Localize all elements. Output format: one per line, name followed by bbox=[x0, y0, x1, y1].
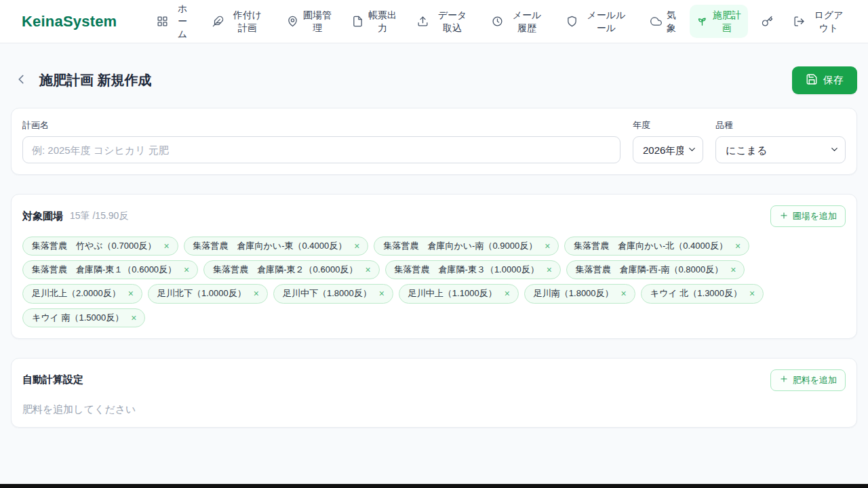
close-icon[interactable]: × bbox=[182, 264, 191, 275]
auto-calc-card: 自動計算設定 肥料を追加 肥料を追加してください bbox=[11, 358, 857, 428]
nav-item-data-import[interactable]: データ取込 bbox=[410, 5, 478, 39]
field-tag-list: 集落営農 竹やぶ（0.7000反）×集落営農 倉庫向かい-東（0.4000反）×… bbox=[22, 237, 846, 327]
year-select[interactable]: 2026年度 bbox=[633, 136, 703, 163]
nav-item-key[interactable] bbox=[755, 12, 780, 31]
back-button[interactable] bbox=[14, 72, 28, 89]
variety-select[interactable]: にこまる bbox=[715, 136, 846, 163]
app-logo[interactable]: KeinaSystem bbox=[22, 13, 117, 30]
nav-item-fertilization-plan[interactable]: 施肥計画 bbox=[690, 5, 748, 39]
target-fields-card: 対象圃場 15筆 /15.90反 圃場を追加 集落営農 竹やぶ（0.7000反）… bbox=[11, 194, 857, 339]
close-icon[interactable]: × bbox=[162, 241, 170, 251]
nav-items: ホーム作付け計画圃場管理帳票出力データ取込メール履歴メールルール気象施肥計画ログ… bbox=[150, 0, 854, 45]
save-button[interactable]: 保存 bbox=[792, 66, 857, 94]
close-icon[interactable]: × bbox=[353, 241, 361, 251]
nav-item-label: 圃場管理 bbox=[303, 9, 332, 35]
field-tag-label: キウイ 南（1.5000反） bbox=[32, 312, 123, 324]
close-icon[interactable]: × bbox=[363, 264, 372, 275]
field-tag-label: 集落営農 倉庫向かい-北（0.4000反） bbox=[574, 240, 728, 252]
add-field-button[interactable]: 圃場を追加 bbox=[770, 205, 846, 227]
nav-item-label: データ取込 bbox=[433, 9, 471, 35]
nav-item-label: 気象 bbox=[667, 9, 676, 35]
auto-calc-title: 自動計算設定 bbox=[22, 373, 83, 386]
nav-item-label: 帳票出力 bbox=[368, 9, 397, 35]
document-icon bbox=[352, 16, 363, 27]
field-tag: 集落営農 倉庫隣-東１（0.6000反）× bbox=[22, 260, 198, 279]
fertilizer-empty-message: 肥料を追加してください bbox=[22, 403, 846, 416]
sprout-icon bbox=[696, 16, 708, 27]
field-tag-label: 集落営農 竹やぶ（0.7000反） bbox=[32, 240, 156, 252]
map-pin-icon bbox=[287, 16, 298, 27]
field-tag: 足川南（1.8000反）× bbox=[524, 284, 635, 303]
close-icon[interactable]: × bbox=[130, 312, 138, 323]
nav-item-planting-plan[interactable]: 作付け計画 bbox=[205, 5, 273, 39]
field-tag-label: 集落営農 倉庫向かい-東（0.4000反） bbox=[193, 240, 347, 252]
close-icon[interactable]: × bbox=[620, 288, 628, 299]
close-icon[interactable]: × bbox=[729, 264, 737, 275]
target-fields-summary: 15筆 /15.90反 bbox=[70, 210, 128, 222]
bottom-bar bbox=[0, 484, 868, 488]
field-tag-label: 集落営農 倉庫隣-東１（0.6000反） bbox=[32, 264, 176, 276]
close-icon[interactable]: × bbox=[545, 264, 553, 275]
add-fertilizer-button[interactable]: 肥料を追加 bbox=[770, 369, 846, 391]
field-tag-label: 足川南（1.8000反） bbox=[534, 287, 614, 300]
plan-form-card: 計画名 年度 2026年度 品種 にこまる bbox=[11, 108, 857, 175]
nav-item-label: ホーム bbox=[173, 2, 192, 41]
save-icon bbox=[806, 73, 818, 87]
field-tag: 集落営農 倉庫隣-東２（0.6000反）× bbox=[203, 260, 379, 279]
chevron-left-icon bbox=[14, 72, 28, 89]
field-tag: 足川北下（1.0000反）× bbox=[148, 284, 268, 303]
field-tag: 集落営農 倉庫向かい-南（0.9000反）× bbox=[374, 237, 559, 256]
plan-name-label: 計画名 bbox=[22, 119, 620, 131]
field-tag: 集落営農 竹やぶ（0.7000反）× bbox=[22, 237, 178, 256]
plus-icon bbox=[779, 374, 789, 386]
field-tag-label: 足川北上（2.0000反） bbox=[32, 287, 121, 300]
field-tag-label: 足川中上（1.1000反） bbox=[408, 287, 497, 300]
close-icon[interactable]: × bbox=[503, 288, 511, 299]
upload-icon bbox=[417, 16, 429, 27]
field-tag-label: キウイ 北（1.3000反） bbox=[650, 287, 742, 300]
field-tag: 集落営農 倉庫向かい-北（0.4000反）× bbox=[564, 237, 749, 256]
key-icon bbox=[762, 16, 773, 27]
close-icon[interactable]: × bbox=[734, 241, 742, 251]
field-tag-label: 足川中下（1.8000反） bbox=[283, 287, 372, 300]
nav-item-logout[interactable]: ログアウト bbox=[787, 5, 854, 39]
close-icon[interactable]: × bbox=[543, 241, 551, 251]
nav-item-report-output[interactable]: 帳票出力 bbox=[345, 5, 403, 39]
field-tag-label: 集落営農 倉庫隣-東３（1.0000反） bbox=[395, 264, 539, 276]
nav-item-label: メール履歴 bbox=[508, 9, 546, 35]
nav-item-home[interactable]: ホーム bbox=[150, 0, 199, 45]
plus-icon bbox=[779, 211, 789, 222]
field-tag: 集落営農 倉庫隣-西-南（0.8000反）× bbox=[566, 260, 745, 279]
field-tag-label: 集落営農 倉庫隣-東２（0.6000反） bbox=[213, 264, 357, 276]
close-icon[interactable]: × bbox=[378, 288, 386, 299]
nav-item-mail-history[interactable]: メール履歴 bbox=[485, 5, 553, 39]
logout-icon bbox=[793, 16, 805, 27]
page-title: 施肥計画 新規作成 bbox=[39, 71, 152, 89]
field-tag: キウイ 北（1.3000反）× bbox=[641, 284, 764, 303]
variety-label: 品種 bbox=[715, 119, 846, 131]
history-icon bbox=[492, 16, 503, 27]
field-tag-label: 集落営農 倉庫向かい-南（0.9000反） bbox=[383, 240, 537, 252]
close-icon[interactable]: × bbox=[252, 288, 260, 299]
field-tag: 足川北上（2.0000反）× bbox=[22, 284, 142, 303]
close-icon[interactable]: × bbox=[748, 288, 756, 299]
year-label: 年度 bbox=[633, 119, 703, 131]
field-tag-label: 集落営農 倉庫隣-西-南（0.8000反） bbox=[576, 264, 723, 276]
field-tag-label: 足川北下（1.0000反） bbox=[157, 287, 246, 300]
plan-name-input[interactable] bbox=[22, 136, 620, 163]
nav-item-weather[interactable]: 気象 bbox=[644, 5, 683, 39]
top-navbar: KeinaSystem ホーム作付け計画圃場管理帳票出力データ取込メール履歴メー… bbox=[0, 0, 868, 43]
nav-item-label: 作付け計画 bbox=[229, 9, 267, 35]
nav-item-field-management[interactable]: 圃場管理 bbox=[280, 5, 338, 39]
grid-icon bbox=[157, 16, 168, 27]
target-fields-title: 対象圃場 bbox=[22, 210, 63, 223]
nav-item-mail-rules[interactable]: メールルール bbox=[559, 5, 637, 39]
field-tag: 集落営農 倉庫向かい-東（0.4000反）× bbox=[184, 237, 369, 256]
page-header: 施肥計画 新規作成 保存 bbox=[11, 66, 857, 94]
close-icon[interactable]: × bbox=[127, 288, 135, 299]
cloud-icon bbox=[650, 16, 662, 27]
wheat-icon bbox=[212, 16, 224, 27]
field-tag: 集落営農 倉庫隣-東３（1.0000反）× bbox=[385, 260, 561, 279]
nav-item-label: メールルール bbox=[583, 9, 630, 35]
nav-item-label: ログアウト bbox=[810, 9, 848, 35]
